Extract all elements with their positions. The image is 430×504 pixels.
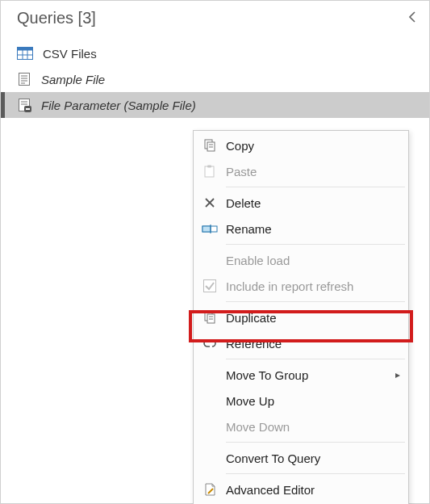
panel-header: Queries [3] xyxy=(1,1,429,40)
query-label: CSV Files xyxy=(43,47,97,61)
ctx-copy[interactable]: Copy xyxy=(194,132,408,158)
ctx-reference[interactable]: Reference xyxy=(194,330,408,356)
ctx-label: Delete xyxy=(226,196,400,210)
svg-rect-20 xyxy=(207,166,211,168)
query-item-file-parameter[interactable]: File Parameter (Sample File) xyxy=(1,92,429,118)
queries-list: CSV Files Sample File File Parameter (Sa… xyxy=(1,40,429,118)
ctx-label: Move Up xyxy=(226,394,400,408)
reference-icon xyxy=(202,338,217,349)
ctx-label: Advanced Editor xyxy=(226,483,400,497)
collapse-panel-button[interactable] xyxy=(408,10,418,27)
ctx-include-refresh: Include in report refresh xyxy=(194,273,408,299)
ctx-convert-to-query[interactable]: Convert To Query xyxy=(194,445,408,471)
document-icon xyxy=(17,72,31,86)
panel-title: Queries [3] xyxy=(17,9,96,27)
context-menu: Copy Paste Delete xyxy=(193,130,409,504)
query-item-sample-file[interactable]: Sample File xyxy=(1,66,429,92)
ctx-label: Include in report refresh xyxy=(226,279,400,293)
rename-icon xyxy=(202,223,218,234)
duplicate-icon xyxy=(202,310,217,325)
ctx-move-up[interactable]: Move Up xyxy=(194,388,408,414)
ctx-label: Copy xyxy=(226,139,400,153)
queries-panel: Queries [3] CSV Files Sample xyxy=(0,0,430,504)
ctx-rename[interactable]: Rename xyxy=(194,216,408,242)
ctx-label: Duplicate xyxy=(226,311,400,325)
ctx-separator xyxy=(226,442,405,443)
ctx-delete[interactable]: Delete xyxy=(194,190,408,216)
ctx-label: Move To Group xyxy=(226,368,395,382)
ctx-label: Convert To Query xyxy=(226,452,400,465)
svg-rect-14 xyxy=(26,108,30,110)
ctx-label: Paste xyxy=(226,165,400,178)
submenu-arrow-icon: ▸ xyxy=(395,369,400,380)
ctx-duplicate[interactable]: Duplicate xyxy=(194,304,408,330)
ctx-separator xyxy=(226,187,405,187)
ctx-separator xyxy=(226,244,405,245)
query-item-csv-files[interactable]: CSV Files xyxy=(1,40,429,66)
ctx-label: Reference xyxy=(226,337,400,351)
ctx-advanced-editor[interactable]: Advanced Editor xyxy=(194,477,408,502)
copy-icon xyxy=(202,138,217,153)
ctx-label: Move Down xyxy=(226,420,400,434)
paste-icon xyxy=(202,164,217,178)
chevron-left-icon xyxy=(408,11,418,23)
advanced-editor-icon xyxy=(202,482,217,497)
ctx-separator xyxy=(226,301,405,302)
ctx-move-down: Move Down xyxy=(194,414,408,439)
svg-rect-1 xyxy=(18,48,33,51)
query-label: Sample File xyxy=(41,73,105,86)
svg-rect-19 xyxy=(205,166,214,177)
ctx-move-to-group[interactable]: Move To Group ▸ xyxy=(194,362,408,388)
ctx-label: Rename xyxy=(226,222,400,236)
checked-icon xyxy=(202,279,217,293)
ctx-enable-load: Enable load xyxy=(194,247,408,273)
svg-rect-26 xyxy=(204,280,216,292)
ctx-separator xyxy=(226,473,405,474)
delete-icon xyxy=(203,196,216,209)
table-icon xyxy=(17,47,33,60)
parameter-icon xyxy=(17,98,31,112)
ctx-paste: Paste xyxy=(194,158,408,184)
ctx-separator xyxy=(226,359,405,359)
query-label: File Parameter (Sample File) xyxy=(41,99,196,112)
svg-rect-24 xyxy=(202,226,211,232)
ctx-label: Enable load xyxy=(226,254,400,267)
